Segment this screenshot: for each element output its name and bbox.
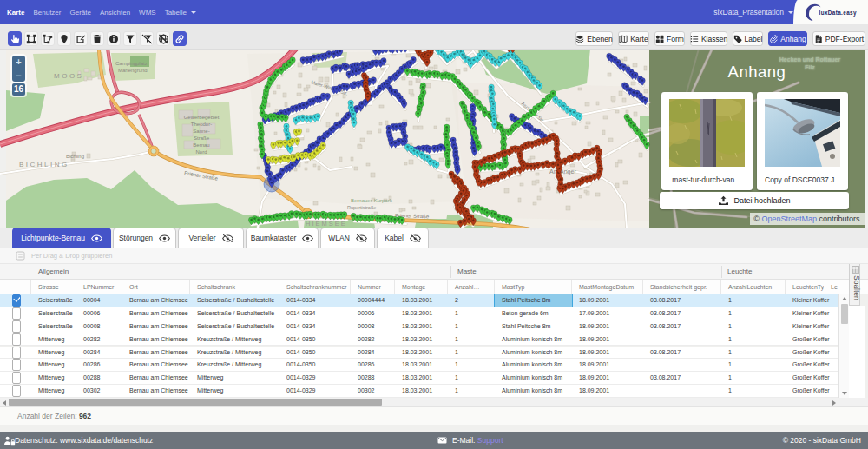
svg-text:MOOS: MOOS (54, 72, 83, 80)
svg-text:BICHLING: BICHLING (19, 161, 69, 168)
svg-text:Campingplatz: Campingplatz (115, 61, 148, 66)
svg-text:Straße: Straße (194, 135, 210, 141)
svg-text:Mariengrund: Mariengrund (118, 68, 148, 73)
svg-text:luxData.easy: luxData.easy (819, 10, 856, 17)
svg-text:Am Anger: Am Anger (549, 168, 576, 175)
svg-text:HIEMSEE: HIEMSEE (306, 220, 347, 228)
svg-text:Gewerbegebiet: Gewerbegebiet (184, 115, 220, 120)
svg-text:Sanne-: Sanne- (193, 129, 209, 134)
svg-text:Nord: Nord (195, 149, 207, 155)
svg-text:Bernauer-Kurpark: Bernauer-Kurpark (351, 198, 393, 203)
svg-text:Theodor-: Theodor- (191, 122, 212, 127)
svg-text:Bichling: Bichling (66, 154, 84, 159)
svg-text:Rupertistraße: Rupertistraße (347, 205, 376, 210)
svg-text:Bernau: Bernau (193, 142, 209, 148)
